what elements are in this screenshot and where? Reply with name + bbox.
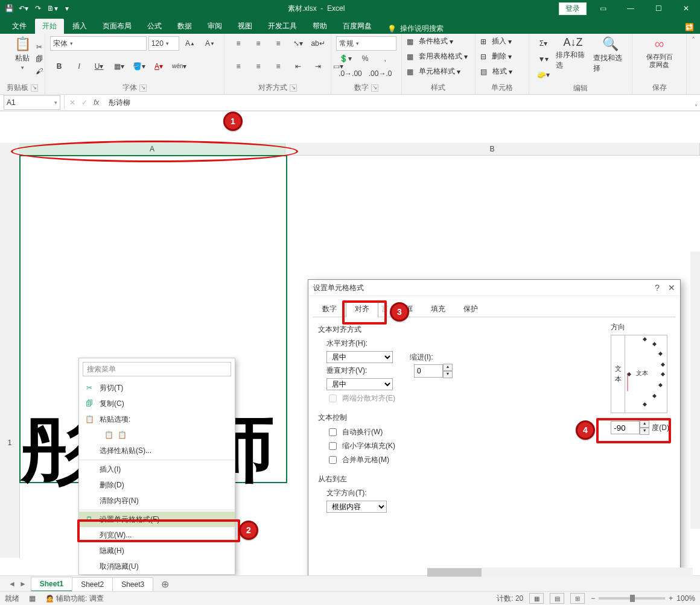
horizontal-scrollbar[interactable] (427, 568, 693, 577)
context-search-input[interactable]: 搜索菜单 (83, 362, 231, 376)
fill-icon[interactable]: ▼▾ (534, 52, 552, 66)
tab-review[interactable]: 审阅 (200, 19, 229, 34)
font-size-combo[interactable]: 120▾ (148, 36, 179, 51)
wrap-text-icon[interactable]: ab↵ (309, 36, 327, 51)
expand-formula-icon[interactable]: ˅ (695, 104, 698, 110)
percent-icon[interactable]: % (356, 51, 374, 66)
italic-button[interactable]: I (70, 59, 88, 74)
number-launcher-icon[interactable]: ↘ (371, 84, 378, 92)
context-copy[interactable]: 🗐复制(C) (79, 396, 235, 411)
tell-me[interactable]: 💡 操作说明搜索 (387, 24, 444, 34)
number-format-combo[interactable]: 常规▾ (336, 36, 396, 51)
dialog-close-icon[interactable]: ✕ (668, 283, 675, 293)
orientation-icon[interactable]: ⤡▾ (289, 36, 307, 51)
context-insert[interactable]: 插入(I) (79, 461, 235, 477)
cancel-formula-icon[interactable]: ✕ (69, 98, 75, 107)
align-right-icon[interactable]: ≡ (269, 59, 287, 74)
tab-baidu[interactable]: 百度网盘 (336, 19, 379, 34)
insert-cells-button[interactable]: 插入 (492, 36, 506, 46)
decrease-indent-icon[interactable]: ⇤ (289, 59, 307, 74)
paste-keep-source-icon[interactable]: 📋 (118, 431, 127, 439)
indent-up-icon[interactable]: ▲ (443, 364, 453, 371)
maximize-icon[interactable]: ☐ (647, 2, 670, 15)
add-sheet-button[interactable]: ⊕ (158, 577, 171, 591)
indent-spinner[interactable]: ▲▼ (414, 364, 453, 378)
context-paste-special[interactable]: 选择性粘贴(S)... (79, 443, 235, 458)
cell-styles-button[interactable]: 单元格样式 (419, 66, 455, 77)
font-launcher-icon[interactable]: ↘ (139, 84, 147, 92)
dialog-tab-fill[interactable]: 填充 (422, 300, 454, 317)
format-as-table-button[interactable]: 套用表格格式 (419, 51, 462, 62)
merge-cells-checkbox[interactable] (329, 456, 337, 464)
scrollbar-thumb[interactable] (427, 568, 482, 577)
increase-decimal-icon[interactable]: .0→.00 (336, 66, 364, 81)
context-unhide[interactable]: 取消隐藏(U) (79, 559, 235, 574)
shrink-font-icon[interactable]: A▼ (201, 36, 219, 51)
tab-help[interactable]: 帮助 (305, 19, 334, 34)
sheet-nav-prev-icon[interactable]: ◄ (8, 580, 16, 588)
autosum-icon[interactable]: Σ▾ (534, 36, 552, 51)
tab-home[interactable]: 开始 (35, 19, 64, 34)
formula-input[interactable]: 彤诗柳 (104, 98, 690, 108)
align-middle-icon[interactable]: ≡ (249, 36, 267, 51)
fill-color-icon[interactable]: 🪣▾ (130, 59, 148, 74)
paste-values-icon[interactable]: 📋 (103, 431, 114, 439)
redo-icon[interactable]: ↷ (33, 3, 43, 14)
minimize-icon[interactable]: — (619, 2, 642, 15)
undo-icon[interactable]: ↶▾ (18, 3, 29, 14)
halign-select[interactable]: 居中 (326, 351, 393, 363)
zoom-slider[interactable] (599, 597, 665, 600)
zoom-value[interactable]: 100% (676, 594, 695, 603)
page-layout-view-icon[interactable]: ▤ (550, 593, 564, 604)
bold-button[interactable]: B (50, 59, 68, 74)
align-left-icon[interactable]: ≡ (229, 59, 247, 74)
sheet-nav-next-icon[interactable]: ► (19, 580, 27, 588)
save-to-baidu-button[interactable]: ∞ 保存到百度网盘 (644, 36, 675, 69)
valign-select[interactable]: 居中 (326, 378, 393, 390)
tab-formulas[interactable]: 公式 (140, 19, 169, 34)
format-painter-icon[interactable]: 🖌 (30, 64, 48, 78)
sort-filter-button[interactable]: A↓Z 排序和筛选 (556, 36, 590, 71)
phonetic-icon[interactable]: wén▾ (170, 59, 189, 74)
shrink-to-fit-checkbox[interactable] (329, 442, 337, 450)
share-icon[interactable]: 🔁 (679, 21, 700, 34)
dialog-tab-protection[interactable]: 保护 (454, 300, 487, 317)
tab-insert[interactable]: 插入 (65, 19, 94, 34)
text-direction-select[interactable]: 根据内容 (326, 501, 387, 513)
close-icon[interactable]: ✕ (675, 2, 698, 15)
page-break-view-icon[interactable]: ⊞ (570, 593, 585, 604)
login-button[interactable]: 登录 (559, 2, 587, 15)
row-header-1[interactable]: 1 (0, 439, 19, 447)
align-bottom-icon[interactable]: ≡ (269, 36, 287, 51)
sheet-tab-2[interactable]: Sheet2 (72, 577, 113, 591)
dialog-tab-number[interactable]: 数字 (313, 300, 346, 317)
ribbon-options-icon[interactable]: ▭ (591, 2, 614, 15)
delete-cells-button[interactable]: 删除 (492, 51, 506, 62)
context-clear[interactable]: 清除内容(N) (79, 493, 235, 508)
border-icon[interactable]: ▦▾ (110, 59, 128, 74)
tab-page-layout[interactable]: 页面布局 (95, 19, 139, 34)
qat-customize-icon[interactable]: ▾ (62, 3, 72, 14)
sheet-tab-3[interactable]: Sheet3 (112, 577, 153, 591)
clear-icon[interactable]: 🧽▾ (534, 68, 552, 82)
vertical-scrollbar[interactable] (690, 252, 700, 529)
tab-file[interactable]: 文件 (5, 19, 34, 34)
normal-view-icon[interactable]: ▦ (529, 593, 544, 604)
context-cut[interactable]: ✂剪切(T) (79, 380, 235, 396)
enter-formula-icon[interactable]: ✓ (81, 98, 88, 107)
dialog-help-icon[interactable]: ? (655, 283, 660, 293)
alignment-launcher-icon[interactable]: ↘ (290, 84, 297, 92)
sheet-tab-1[interactable]: Sheet1 (31, 577, 72, 592)
context-delete[interactable]: 删除(D) (79, 477, 235, 493)
align-center-icon[interactable]: ≡ (249, 59, 267, 74)
zoom-slider-thumb[interactable] (630, 595, 635, 602)
tab-view[interactable]: 视图 (231, 19, 259, 34)
align-top-icon[interactable]: ≡ (229, 36, 247, 51)
orientation-box[interactable]: 文 本 文本 (611, 335, 667, 413)
accounting-icon[interactable]: 💲▾ (336, 51, 354, 66)
grow-font-icon[interactable]: A▲ (181, 36, 199, 51)
tab-data[interactable]: 数据 (170, 19, 199, 34)
indent-down-icon[interactable]: ▼ (443, 371, 453, 378)
name-box[interactable]: A1▾ (4, 95, 60, 110)
fx-icon[interactable]: fx (94, 98, 99, 107)
